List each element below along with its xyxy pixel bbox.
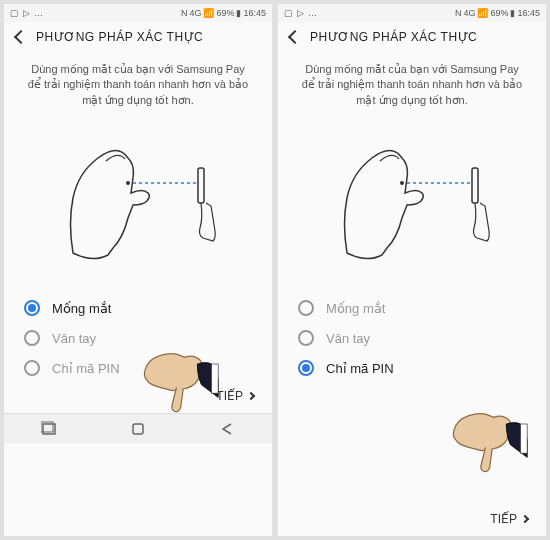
home-button[interactable] — [130, 421, 146, 437]
svg-rect-5 — [133, 424, 143, 434]
status-right-icons: N 4G 📶 69% ▮ 16:45 — [455, 8, 540, 18]
svg-rect-2 — [198, 168, 204, 203]
status-left-icons: ▢▷… — [284, 8, 317, 18]
iris-illustration — [278, 113, 546, 283]
battery-percent: 69% — [490, 8, 508, 18]
page-title: PHƯƠNG PHÁP XÁC THỰC — [310, 30, 477, 44]
iris-illustration — [4, 113, 272, 283]
battery-percent: 69% — [216, 8, 234, 18]
back-button[interactable] — [219, 421, 235, 437]
chevron-right-icon — [521, 515, 529, 523]
option-pin-label: Chỉ mã PIN — [326, 361, 394, 376]
radio-iris[interactable] — [298, 300, 314, 316]
header: PHƯƠNG PHÁP XÁC THỰC — [4, 22, 272, 52]
option-fingerprint-label: Vân tay — [52, 331, 96, 346]
recent-apps-button[interactable] — [41, 421, 57, 437]
signal-icon: 📶 — [203, 8, 214, 18]
description-text: Dùng mống mắt của bạn với Samsung Pay để… — [4, 52, 272, 113]
clock: 16:45 — [517, 8, 540, 18]
status-bar: ▢▷… N 4G 📶 69% ▮ 16:45 — [278, 4, 546, 22]
notif-icon: N — [181, 8, 188, 18]
next-button[interactable]: TIẾP — [4, 383, 272, 413]
next-label: TIẾP — [216, 389, 243, 403]
status-bar: ▢▷… N 4G 📶 69% ▮ 16:45 — [4, 4, 272, 22]
option-pin[interactable]: Chỉ mã PIN — [24, 353, 252, 383]
options-list: Mống mắt Vân tay Chỉ mã PIN — [278, 283, 546, 383]
radio-pin[interactable] — [298, 360, 314, 376]
navigation-bar — [4, 413, 272, 443]
status-left-icons: ▢▷… — [10, 8, 43, 18]
option-iris-label: Mống mắt — [52, 301, 111, 316]
radio-fingerprint[interactable] — [24, 330, 40, 346]
signal-icon: 📶 — [477, 8, 488, 18]
header: PHƯƠNG PHÁP XÁC THỰC — [278, 22, 546, 52]
radio-pin[interactable] — [24, 360, 40, 376]
description-text: Dùng mống mắt của bạn với Samsung Pay để… — [278, 52, 546, 113]
option-fingerprint[interactable]: Vân tay — [298, 323, 526, 353]
phone-screen-left: ▢▷… N 4G 📶 69% ▮ 16:45 PHƯƠNG PHÁP XÁC T… — [4, 4, 272, 536]
battery-icon: ▮ — [236, 8, 241, 18]
option-fingerprint-label: Vân tay — [326, 331, 370, 346]
options-list: Mống mắt Vân tay Chỉ mã PIN — [4, 283, 272, 383]
notif-icon: N — [455, 8, 462, 18]
back-icon[interactable] — [288, 30, 302, 44]
option-iris-label: Mống mắt — [326, 301, 385, 316]
signal-4g: 4G — [189, 8, 201, 18]
chevron-right-icon — [247, 392, 255, 400]
option-fingerprint[interactable]: Vân tay — [24, 323, 252, 353]
page-title: PHƯƠNG PHÁP XÁC THỰC — [36, 30, 203, 44]
svg-rect-9 — [472, 168, 478, 203]
pointing-hand-overlay — [443, 399, 528, 478]
back-icon[interactable] — [14, 30, 28, 44]
battery-icon: ▮ — [510, 8, 515, 18]
svg-point-0 — [126, 181, 130, 185]
option-pin-label: Chỉ mã PIN — [52, 361, 120, 376]
next-label: TIẾP — [490, 512, 517, 526]
option-iris[interactable]: Mống mắt — [24, 293, 252, 323]
signal-4g: 4G — [463, 8, 475, 18]
option-pin[interactable]: Chỉ mã PIN — [298, 353, 526, 383]
option-iris[interactable]: Mống mắt — [298, 293, 526, 323]
clock: 16:45 — [243, 8, 266, 18]
svg-rect-10 — [521, 424, 528, 453]
svg-point-7 — [400, 181, 404, 185]
radio-fingerprint[interactable] — [298, 330, 314, 346]
radio-iris[interactable] — [24, 300, 40, 316]
phone-screen-right: ▢▷… N 4G 📶 69% ▮ 16:45 PHƯƠNG PHÁP XÁC T… — [278, 4, 546, 536]
status-right-icons: N 4G 📶 69% ▮ 16:45 — [181, 8, 266, 18]
next-button[interactable]: TIẾP — [278, 506, 546, 536]
